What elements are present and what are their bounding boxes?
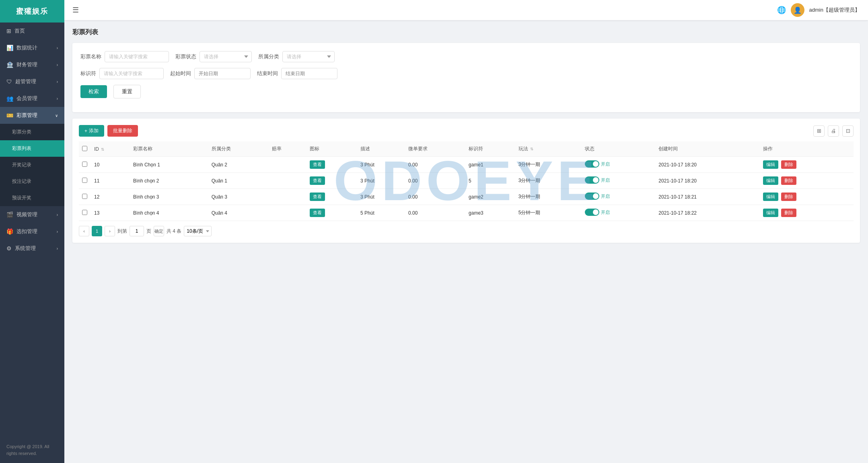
del-btn-2[interactable]: 删除 <box>781 193 796 201</box>
view-icon-btn-0[interactable]: 查看 <box>310 160 325 169</box>
sidebar-item-bet-records[interactable]: 投注记录 <box>0 173 64 190</box>
add-button[interactable]: + 添加 <box>79 125 104 137</box>
grid-view-icon[interactable]: ⊞ <box>813 125 825 137</box>
edit-btn-2[interactable]: 编辑 <box>763 193 778 201</box>
page-number-input[interactable] <box>130 226 144 236</box>
export-icon[interactable]: ⊡ <box>842 125 854 137</box>
row-identifier: game1 <box>465 157 515 173</box>
row-status: 开启 <box>582 205 655 221</box>
row-checkbox-cell <box>79 173 91 189</box>
sidebar-item-system-label: 系统管理 <box>15 245 36 252</box>
row-identifier: 5 <box>465 173 515 189</box>
row-checkbox-1[interactable] <box>82 178 87 183</box>
prize-arrow-icon: › <box>57 229 58 234</box>
sidebar-item-members[interactable]: 👥 会员管理 › <box>0 90 64 107</box>
print-icon[interactable]: 🖨 <box>828 125 839 137</box>
sidebar-item-members-label: 会员管理 <box>16 95 37 102</box>
view-icon-btn-1[interactable]: 查看 <box>310 176 325 185</box>
row-name: Bình Chọn 1 <box>130 157 208 173</box>
row-action: 编辑 删除 <box>760 173 854 189</box>
row-description: 3 Phút <box>357 189 405 205</box>
members-arrow-icon: › <box>57 96 58 101</box>
prev-page-btn[interactable]: ‹ <box>79 226 89 236</box>
finance-icon: 🏦 <box>6 61 13 68</box>
status-toggle-0[interactable]: 开启 <box>585 160 610 168</box>
start-date-input[interactable] <box>194 68 251 79</box>
toggle-track-1[interactable] <box>585 176 599 184</box>
start-time-label: 起始时间 <box>170 70 191 77</box>
sidebar-item-system[interactable]: ⚙ 系统管理 › <box>0 240 64 257</box>
status-toggle-3[interactable]: 开启 <box>585 209 610 216</box>
view-icon-btn-3[interactable]: 查看 <box>310 209 325 217</box>
sidebar-item-pre-draw[interactable]: 预设开奖 <box>0 190 64 206</box>
globe-icon[interactable]: 🌐 <box>777 6 786 14</box>
lottery-table: ID ⇅ 彩票名称 所属分类 赔率 图标 描述 微单要求 标识符 玩法 ⇅ 状态… <box>79 141 854 221</box>
gameplay-sort-icon[interactable]: ⇅ <box>530 147 533 151</box>
next-page-btn[interactable]: › <box>105 226 115 236</box>
lottery-name-input[interactable] <box>105 51 169 62</box>
row-odds <box>269 157 306 173</box>
search-button[interactable]: 检索 <box>80 85 107 98</box>
sidebar-item-stats[interactable]: 📊 数据统计 › <box>0 39 64 56</box>
sidebar-item-superadmin[interactable]: 🛡 超管管理 › <box>0 73 64 90</box>
per-page-select[interactable]: 10条/页 20条/页 50条/页 <box>184 226 212 236</box>
row-min-bet: 0.00 <box>405 173 465 189</box>
status-toggle-1[interactable]: 开启 <box>585 176 610 184</box>
plus-icon: + <box>84 128 87 134</box>
row-checkbox-0[interactable] <box>82 162 87 167</box>
toggle-track-0[interactable] <box>585 160 599 168</box>
row-icon: 查看 <box>306 205 358 221</box>
header-gameplay: 玩法 ⇅ <box>515 141 582 157</box>
row-id: 11 <box>91 173 130 189</box>
toggle-track-2[interactable] <box>585 193 599 200</box>
sidebar-item-lottery-list[interactable]: 彩票列表 <box>0 140 64 157</box>
pagination: ‹ 1 › 到第 页 确定 共 4 条 10条/页 20条/页 50条/页 <box>79 226 854 236</box>
identifier-input[interactable] <box>99 68 164 79</box>
total-label: 共 4 条 <box>167 228 181 235</box>
page-1-btn[interactable]: 1 <box>92 226 102 236</box>
header-category: 所属分类 <box>208 141 269 157</box>
select-all-checkbox[interactable] <box>82 146 87 151</box>
del-btn-1[interactable]: 删除 <box>781 176 796 185</box>
category-select[interactable]: 请选择 <box>282 51 335 62</box>
row-action: 编辑 删除 <box>760 157 854 173</box>
hamburger-icon[interactable]: ☰ <box>72 6 79 14</box>
view-icon-btn-2[interactable]: 查看 <box>310 193 325 201</box>
sidebar-item-lottery[interactable]: 🎫 彩票管理 ∨ <box>0 107 64 124</box>
end-date-input[interactable] <box>281 68 337 79</box>
edit-btn-1[interactable]: 编辑 <box>763 176 778 185</box>
batch-delete-button[interactable]: 批量删除 <box>107 125 138 137</box>
id-sort-icon[interactable]: ⇅ <box>101 147 104 152</box>
row-icon: 查看 <box>306 157 358 173</box>
sidebar-item-finance[interactable]: 🏦 财务管理 › <box>0 56 64 73</box>
row-gameplay: 3分钟一期 <box>515 189 582 205</box>
sidebar-item-draw-records[interactable]: 开奖记录 <box>0 157 64 173</box>
sidebar-item-home[interactable]: ⊞ 首页 <box>0 23 64 39</box>
header-created: 创建时间 <box>655 141 760 157</box>
row-name: Bình chọn 4 <box>130 205 208 221</box>
sidebar-item-prize[interactable]: 🎁 选扣管理 › <box>0 223 64 240</box>
reset-button[interactable]: 重置 <box>113 85 141 98</box>
edit-btn-0[interactable]: 编辑 <box>763 160 778 169</box>
avatar[interactable]: 👤 <box>791 3 804 17</box>
toolbar-left: + 添加 批量删除 <box>79 125 138 137</box>
filter-lottery-status: 彩票状态 请选择 开启 关闭 <box>175 51 252 62</box>
status-toggle-2[interactable]: 开启 <box>585 193 610 200</box>
del-btn-0[interactable]: 删除 <box>781 160 796 169</box>
del-btn-3[interactable]: 删除 <box>781 209 796 217</box>
header-status: 状态 <box>582 141 655 157</box>
lottery-category-label: 彩票分类 <box>12 129 31 135</box>
lottery-status-select[interactable]: 请选择 开启 关闭 <box>200 51 252 62</box>
sidebar-item-lottery-category[interactable]: 彩票分类 <box>0 124 64 140</box>
confirm-page-btn[interactable]: 确定 <box>154 226 164 236</box>
sidebar-item-video[interactable]: 🎬 视频管理 › <box>0 206 64 223</box>
edit-btn-3[interactable]: 编辑 <box>763 209 778 217</box>
filter-category: 所属分类 请选择 <box>258 51 335 62</box>
row-checkbox-3[interactable] <box>82 210 87 215</box>
row-gameplay: 5分钟一期 <box>515 205 582 221</box>
stats-icon: 📊 <box>6 45 13 51</box>
toggle-track-3[interactable] <box>585 209 599 216</box>
system-icon: ⚙ <box>6 245 12 252</box>
header-name: 彩票名称 <box>130 141 208 157</box>
row-checkbox-2[interactable] <box>82 194 87 199</box>
